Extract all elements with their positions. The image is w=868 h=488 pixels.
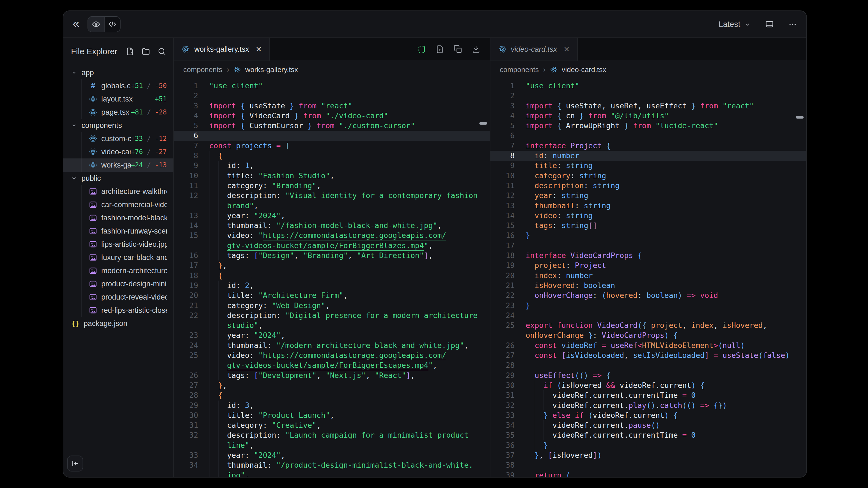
code-row[interactable]: onHoverChange }: VideoCardProps) { [490,330,806,340]
tree-file-car-commercial-video-[interactable]: car-commercial-video… [63,198,174,211]
code-toggle-button[interactable] [104,17,120,32]
new-file-icon[interactable] [125,47,134,56]
code-row[interactable]: 7interface Project { [490,141,806,151]
tree-file-red-lips-artistic-close-[interactable]: red-lips-artistic-close… [63,304,174,317]
code-row[interactable]: 34videoRef.current.pause() [490,420,806,430]
code-row[interactable]: 30title: "Product Launch", [174,411,490,420]
code-row[interactable]: 22onHoverChange: (hovered: boolean) => v… [490,291,806,300]
code-row[interactable]: 29id: 3, [174,400,490,411]
code-row[interactable]: line", [174,441,490,450]
code-row[interactable]: 24thumbnail: "/modern-architecture-black… [174,340,490,351]
add-file-icon[interactable] [435,45,444,54]
tree-folder-public[interactable]: public [63,172,174,185]
code-row[interactable]: 25export function VideoCard({ project, i… [490,321,806,330]
code-area-works-gallery[interactable]: 1"use client"23import { useState } from … [174,78,490,477]
code-row[interactable]: 22description: "Digital presence for a m… [174,311,490,321]
code-row[interactable]: 3import { useState, useRef, useEffect } … [490,101,806,111]
code-row[interactable]: 26const videoRef = useRef<HTMLVideoEleme… [490,340,806,351]
code-row[interactable]: 20title: "Architecture Firm", [174,291,490,300]
code-row[interactable]: 25video: "https://commondatastorage.goog… [174,351,490,360]
code-row[interactable]: 9title: string [490,161,806,170]
tree-file-product-reveal-video.j-[interactable]: product-reveal-video.j… [63,291,174,304]
code-row[interactable]: 5import { ArrowUpRight } from "lucide-re… [490,121,806,131]
code-row[interactable]: 26tags: ["Development", "Next.js", "Reac… [174,370,490,381]
code-row[interactable]: 23year: "2024", [174,330,490,340]
code-row[interactable]: 14video: string [490,211,806,221]
tree-folder-components[interactable]: components [63,119,174,132]
code-row[interactable]: 37}, [isHovered]) [490,450,806,460]
code-row[interactable]: 16tags: ["Design", "Branding", "Art Dire… [174,251,490,261]
code-row[interactable]: 21isHovered: boolean [490,281,806,291]
code-row[interactable]: 15tags: string[] [490,221,806,230]
new-folder-icon[interactable] [142,47,150,56]
code-row[interactable]: 27}, [174,381,490,390]
tree-file-package.json[interactable]: {}package.json [63,317,174,330]
code-row[interactable]: jpg", [174,470,490,477]
code-row[interactable]: 12description: "Visual identity for a co… [174,191,490,200]
tree-file-layout.tsx[interactable]: layout.tsx+51 [63,92,174,106]
code-row[interactable]: 36} [490,441,806,450]
code-row[interactable]: 19id: 2, [174,281,490,291]
code-row[interactable]: 16} [490,230,806,240]
code-row[interactable]: 31category: "Creative", [174,420,490,430]
breadcrumb-file[interactable]: video-card.tsx [562,65,606,74]
code-row[interactable]: 13thumbnail: string [490,201,806,211]
code-row[interactable]: gtv-videos-bucket/sample/ForBiggerEscape… [174,360,490,370]
code-row[interactable]: 2 [174,91,490,101]
code-row[interactable]: 31videoRef.current.currentTime = 0 [490,390,806,400]
preview-toggle-button[interactable] [88,17,104,32]
code-row[interactable]: 2 [490,91,806,101]
code-row-current[interactable]: 8id: number [490,151,806,161]
tree-file-works-galler-[interactable]: works-galler…+24 / -13 [63,158,174,172]
code-row[interactable]: 29useEffect(() => { [490,370,806,381]
code-row[interactable]: 8{ [174,151,490,161]
tab-video-card[interactable]: video-card.tsx ✕ [490,38,578,61]
tree-file-fashion-model-black-[interactable]: fashion-model-black-… [63,211,174,225]
tree-file-fashion-runway-scen-[interactable]: fashion-runway-scen… [63,225,174,238]
code-row[interactable]: 27const [isVideoLoaded, setIsVideoLoaded… [490,351,806,360]
code-row[interactable]: 9id: 1, [174,161,490,170]
tree-file-lips-artistic-video.jpg[interactable]: lips-artistic-video.jpg [63,238,174,251]
collapse-panel-icon[interactable]: « [73,17,79,31]
code-row[interactable]: 14thumbnail: "/fashion-model-black-and-w… [174,221,490,230]
download-icon[interactable] [472,45,480,54]
tree-file-custom-curs-[interactable]: custom-curs…+33 / -12 [63,132,174,145]
code-row[interactable]: 1"use client" [174,81,490,91]
code-row[interactable]: 19project: Project [490,261,806,270]
code-row[interactable]: 32description: "Launch campaign for a mi… [174,430,490,440]
tree-file-page.tsx[interactable]: page.tsx+81 / -28 [63,106,174,119]
code-row[interactable]: 30if (isHovered && videoRef.current) { [490,381,806,390]
scrollbar-thumb[interactable] [796,116,804,119]
code-row[interactable]: 15video: "https://commondatastorage.goog… [174,230,490,240]
scrollbar-thumb[interactable] [479,122,487,125]
code-row[interactable]: 23} [490,301,806,311]
search-icon[interactable] [157,47,166,56]
code-row[interactable]: 33} else if (videoRef.current) { [490,411,806,420]
code-row[interactable]: 4import { VideoCard } from "./video-card… [174,111,490,121]
tree-folder-app[interactable]: app [63,66,174,79]
breadcrumb-folder[interactable]: components [500,65,539,74]
code-row[interactable]: 5import { CustomCursor } from "./custom-… [174,121,490,131]
code-row[interactable]: 35videoRef.current.currentTime = 0 [490,430,806,440]
code-row[interactable]: 4import { cn } from "@/lib/utils" [490,111,806,121]
code-row[interactable]: 34thumbnail: "/product-design-minimalist… [174,460,490,470]
code-row[interactable]: 20index: number [490,271,806,281]
code-row[interactable]: 6 [490,131,806,140]
code-row[interactable]: 3import { useState } from "react" [174,101,490,111]
code-row[interactable]: 17 [490,241,806,251]
code-row[interactable]: 7const projects = [ [174,141,490,151]
close-tab-icon[interactable]: ✕ [564,45,570,54]
tab-works-gallery[interactable]: works-gallery.tsx ✕ [174,38,270,61]
code-row[interactable]: 21category: "Web Design", [174,301,490,311]
code-row[interactable]: brand", [174,201,490,211]
code-row[interactable]: 18{ [174,271,490,281]
code-row[interactable]: 10category: string [490,171,806,181]
code-row[interactable]: 38 [490,460,806,470]
code-row[interactable]: 32videoRef.current.play().catch(() => {}… [490,400,806,411]
close-tab-icon[interactable]: ✕ [256,45,262,54]
code-row[interactable]: 18interface VideoCardProps { [490,251,806,261]
code-row[interactable]: 28{ [174,390,490,400]
tree-file-luxury-car-black-and-[interactable]: luxury-car-black-and-… [63,251,174,264]
code-row-current[interactable]: 6 [174,131,490,140]
panel-bottom-icon[interactable] [765,20,774,29]
